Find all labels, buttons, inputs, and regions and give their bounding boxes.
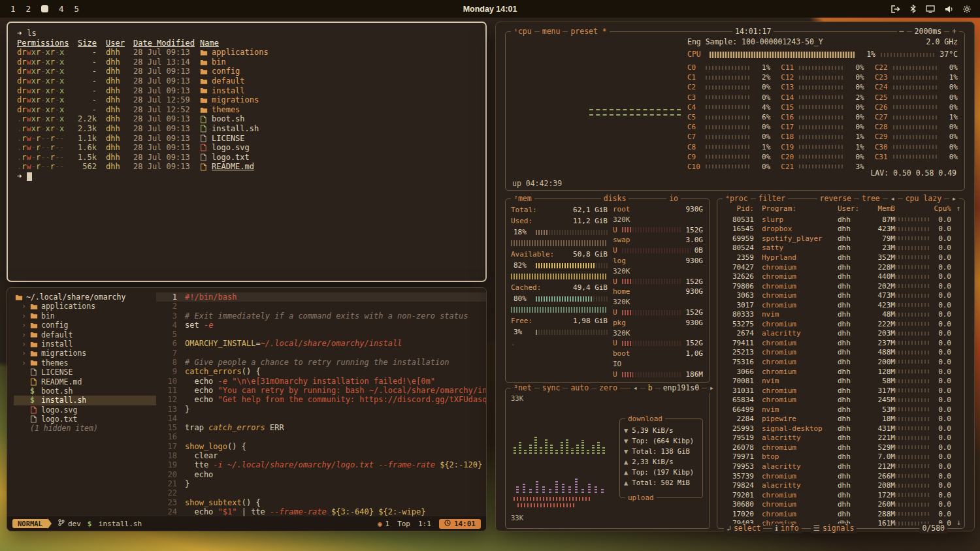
process-row[interactable]: 79824alacrittydhh208M0.0 xyxy=(717,480,964,490)
process-row[interactable]: 79971btopdhh7.0M0.0 xyxy=(717,452,964,462)
process-row[interactable]: 30680chromiumdhh260M0.0 xyxy=(717,499,964,509)
process-row[interactable]: 35739chromiumdhh266M0.0 xyxy=(717,471,964,481)
process-row[interactable]: 2359Hyprlanddhh352M0.0 xyxy=(717,253,964,262)
process-row[interactable]: 79953alacrittydhh212M0.0 xyxy=(717,462,964,471)
sort-next-button[interactable]: ▸ xyxy=(949,194,959,204)
process-row[interactable]: 65834chromiumdhh245M0.0 xyxy=(717,395,964,405)
info-button[interactable]: ℹinfo xyxy=(772,524,801,533)
zero-button[interactable]: zero xyxy=(596,383,620,393)
process-row[interactable]: 3066chromiumdhh128M0.0 xyxy=(717,367,964,377)
process-row[interactable]: 53275chromiumdhh222M0.0 xyxy=(717,319,964,329)
process-row[interactable]: 69959spotify_playerdhh79M0.0 xyxy=(717,234,964,244)
process-row[interactable]: 2284pipewiredhh18M0.0 xyxy=(717,414,964,424)
tree-item-boot-sh[interactable]: $boot.sh xyxy=(14,386,156,396)
sort-prev-button[interactable]: ◂ xyxy=(888,194,898,204)
process-row[interactable]: 80333nvimdhh48M0.0 xyxy=(717,309,964,319)
workspace-3[interactable] xyxy=(41,5,48,12)
sync-button[interactable]: sync xyxy=(540,383,563,393)
code-line: 5 xyxy=(156,330,486,339)
menu-button[interactable]: menu xyxy=(540,27,563,37)
process-row[interactable]: 79411chromiumdhh237M0.0 xyxy=(717,338,964,348)
process-row[interactable]: 79519alacrittydhh221M0.0 xyxy=(717,433,964,443)
process-row[interactable]: 25213chromiumdhh488M0.0 xyxy=(717,348,964,358)
process-row[interactable]: 31031chromiumdhh317M0.0 xyxy=(717,386,964,396)
tree-item-LICENSE[interactable]: LICENSE xyxy=(14,368,156,377)
file-permissions: .rw-r--r-- xyxy=(17,162,71,172)
auto-button[interactable]: auto xyxy=(568,383,591,393)
header-program[interactable]: Program: xyxy=(754,204,838,213)
network-stats-panel: download ▼5,39 KiB/s▼Top: (664 Kibp)▼Tot… xyxy=(619,418,703,498)
header-pid[interactable]: Pid: xyxy=(723,204,754,213)
header-cpu[interactable]: Cpu% xyxy=(930,204,951,213)
core-label: C14 xyxy=(781,93,799,102)
script-icon xyxy=(200,125,208,133)
iface-next-button[interactable]: ▸ xyxy=(707,383,717,393)
core-label: C30 xyxy=(875,142,893,152)
process-row[interactable]: 79806chromiumdhh202M0.0 xyxy=(717,281,964,291)
select-button[interactable]: ↲select xyxy=(724,524,763,533)
tree-item-logo-svg[interactable]: logo.svg xyxy=(14,405,156,415)
tree-item-config[interactable]: ›config xyxy=(14,321,156,330)
table-row: drwxr-xr-x-dhh28 Jul 09:13config xyxy=(17,67,476,76)
disk-total: 930G xyxy=(686,256,704,266)
process-row[interactable]: 80524sattydhh23M0.0 xyxy=(717,244,964,253)
tree-item-migrations[interactable]: ›migrations xyxy=(14,349,156,358)
preset-button[interactable]: preset * xyxy=(568,27,609,37)
process-row[interactable]: 80531slurpdhh87M0.0 xyxy=(717,215,964,225)
tree-item-bin[interactable]: ›bin xyxy=(14,311,156,321)
process-row[interactable]: 17020chromiumdhh288M0.0 xyxy=(717,509,964,519)
mem-value: 49,4 GiB xyxy=(573,282,608,293)
workspace-5[interactable]: 5 xyxy=(74,4,80,14)
code-editor[interactable]: 1#!/bin/bash23# Exit immediately if a co… xyxy=(156,288,486,517)
volume-icon[interactable] xyxy=(945,5,953,13)
reverse-button[interactable]: reverse xyxy=(817,194,854,204)
header-user[interactable]: User: xyxy=(838,204,865,213)
settings-icon[interactable] xyxy=(963,5,971,13)
terminal-window[interactable]: ➜ ls PermissionsSizeUserDate ModifiedNam… xyxy=(7,22,487,282)
logout-icon[interactable] xyxy=(891,5,900,13)
file-permissions: .rwxr-xr-x xyxy=(17,114,71,124)
filter-button[interactable]: filter xyxy=(756,194,789,204)
file-name: install.sh xyxy=(212,124,259,134)
process-pid: 35739 xyxy=(723,471,754,481)
process-row[interactable]: 26078chromiumdhh529M0.0 xyxy=(717,443,964,452)
tree-item-applications[interactable]: ›applications xyxy=(14,302,156,311)
screenshare-icon[interactable] xyxy=(926,5,935,13)
workspace-2[interactable]: 2 xyxy=(26,4,31,14)
scroll-up-arrow[interactable]: ↑ xyxy=(951,204,960,213)
process-row[interactable]: 3017chromiumdhh423M0.0 xyxy=(717,300,964,310)
process-cpu: 0.0 xyxy=(930,471,951,481)
io-mode-button[interactable]: io xyxy=(666,194,681,204)
iface-prev-button[interactable]: ◂ xyxy=(630,383,640,393)
process-row[interactable]: 3063chromiumdhh473M0.0 xyxy=(717,291,964,300)
process-name: dropbox xyxy=(754,224,838,234)
editor-window[interactable]: ~/.local/share/omarchy›applications›bin›… xyxy=(7,287,487,531)
tree-button[interactable]: tree xyxy=(859,194,883,204)
tree-item-install-sh[interactable]: $install.sh xyxy=(14,396,156,405)
scroll-down-arrow[interactable]: ↓ xyxy=(956,518,961,527)
workspace-4[interactable]: 4 xyxy=(59,4,64,14)
tree-item-default[interactable]: ›default xyxy=(14,330,156,339)
process-row[interactable]: 79201chromiumdhh172M0.0 xyxy=(717,490,964,500)
process-row[interactable]: 2674alacrittydhh203M0.0 xyxy=(717,329,964,339)
process-row[interactable]: 70081nvimdhh58M0.0 xyxy=(717,376,964,386)
process-row[interactable]: 16545dropboxdhh423M0.0 xyxy=(717,225,964,234)
tree-root[interactable]: ~/.local/share/omarchy xyxy=(14,292,156,302)
tree-item-install[interactable]: ›install xyxy=(14,339,156,349)
workspace-1[interactable]: 1 xyxy=(10,4,16,14)
signals-button[interactable]: ☰signals xyxy=(811,524,857,533)
process-row[interactable]: 32626chromiumdhh440M0.0 xyxy=(717,272,964,281)
interval-increase-button[interactable]: + xyxy=(949,27,959,37)
bluetooth-icon[interactable] xyxy=(910,5,916,13)
tree-item-themes[interactable]: ›themes xyxy=(14,358,156,368)
process-row[interactable]: 66499nvimdhh53M0.0 xyxy=(717,405,964,415)
interval-decrease-button[interactable]: ─ xyxy=(897,27,907,37)
tree-item-logo-txt[interactable]: logo.txt xyxy=(14,415,156,424)
process-row[interactable]: 75316chromiumdhh200M0.0 xyxy=(717,357,964,367)
process-row[interactable]: 70427chromiumdhh228M0.0 xyxy=(717,262,964,272)
tree-item-README-md[interactable]: README.md xyxy=(14,377,156,386)
process-count: 0/580 xyxy=(919,524,947,533)
process-row[interactable]: 25993signal-desktopdhh431M0.0 xyxy=(717,424,964,433)
header-mem[interactable]: MemB xyxy=(865,204,895,213)
btop-window[interactable]: ¹cpu menu preset * 14:01:17 ─ 2000ms + E… xyxy=(495,22,975,531)
